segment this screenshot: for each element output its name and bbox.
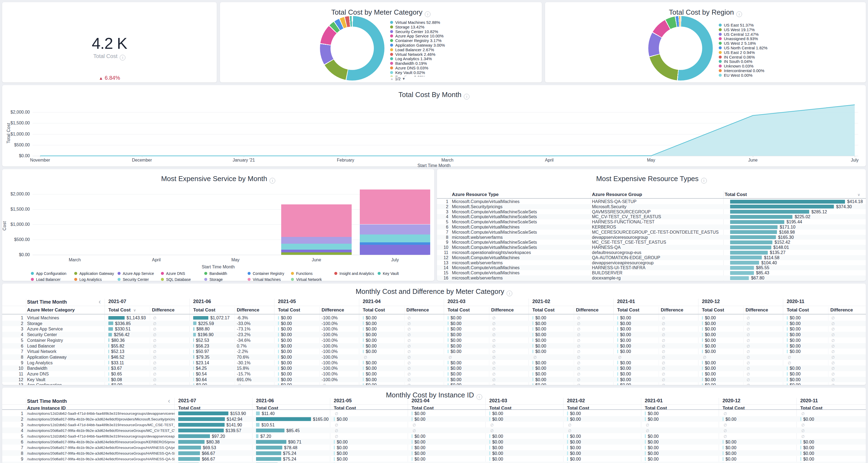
cost-bar[interactable] — [278, 321, 279, 325]
cost-bar[interactable] — [730, 230, 777, 234]
cost-bar[interactable] — [617, 378, 618, 381]
legend-item[interactable]: IN Central 0.06% — [719, 55, 755, 59]
cost-bar[interactable] — [567, 446, 568, 450]
cost-bar[interactable] — [645, 446, 646, 450]
cost-bar[interactable] — [617, 316, 618, 320]
cost-bar[interactable] — [617, 372, 618, 376]
column-header[interactable]: Total Cost — [702, 308, 724, 313]
info-icon[interactable]: i — [120, 55, 125, 60]
legend-item[interactable]: Storage — [204, 277, 223, 282]
cost-bar[interactable] — [702, 367, 703, 370]
month-group-header[interactable]: 2021-06 — [256, 398, 274, 404]
cost-bar[interactable] — [730, 276, 749, 280]
cost-bar[interactable] — [730, 200, 845, 204]
cost-bar[interactable] — [256, 446, 282, 450]
legend-item[interactable]: Azure App Service 10.00% — [390, 34, 443, 38]
cost-bar[interactable] — [363, 321, 364, 325]
legend-item[interactable]: Bandwidth 0.19% — [390, 61, 427, 66]
legend-item[interactable]: US East 51.37% — [719, 23, 754, 27]
cost-bar[interactable] — [532, 338, 533, 342]
cost-bar[interactable] — [532, 383, 533, 385]
cost-bar[interactable] — [489, 411, 490, 415]
cost-bar[interactable] — [722, 417, 723, 421]
column-header[interactable]: Azure Resource Group — [592, 192, 642, 197]
cost-bar[interactable] — [363, 367, 364, 370]
cost-bar[interactable] — [730, 271, 754, 275]
month-group-header[interactable]: 2021-05 — [334, 398, 352, 404]
legend-item[interactable]: Container Registry — [248, 271, 284, 276]
cost-bar[interactable] — [567, 451, 568, 455]
cost-bar[interactable] — [617, 327, 618, 331]
cost-bar[interactable] — [489, 417, 490, 421]
column-header[interactable]: Total Cost — [800, 406, 823, 411]
cost-bar[interactable] — [193, 383, 194, 385]
legend-item[interactable]: SQL Database — [161, 277, 191, 282]
cost-bar[interactable] — [702, 378, 703, 381]
cost-bar[interactable] — [108, 344, 109, 348]
legend-item[interactable]: Security Center — [118, 277, 149, 282]
cost-bar[interactable] — [730, 251, 768, 255]
legend-item[interactable]: Load Balancer 2.67% — [390, 48, 434, 52]
cost-bar[interactable] — [334, 446, 335, 450]
legend-item[interactable]: Container Registry 3.17% — [390, 38, 442, 43]
cost-bar[interactable] — [256, 434, 258, 438]
cost-bar[interactable] — [363, 350, 364, 353]
month-group-header[interactable]: 2021-02 — [567, 398, 585, 404]
cost-bar[interactable] — [193, 338, 194, 342]
cost-bar[interactable] — [256, 429, 284, 432]
column-header[interactable]: Azure Meter Category — [27, 308, 75, 313]
cost-bar[interactable] — [256, 457, 281, 461]
cost-bar[interactable] — [730, 210, 809, 213]
cost-bar[interactable] — [447, 344, 448, 348]
cost-bar[interactable] — [645, 411, 646, 415]
cost-bar[interactable] — [617, 361, 618, 364]
legend-item[interactable]: Log Analytics — [74, 277, 102, 282]
column-header[interactable]: Difference — [746, 308, 768, 313]
cost-bar[interactable] — [722, 457, 723, 461]
cost-bar[interactable] — [645, 434, 646, 438]
legend-item[interactable]: Azure App Service — [118, 271, 154, 276]
month-group-header[interactable]: 2020-11 — [787, 299, 804, 305]
cost-bar[interactable] — [278, 383, 279, 385]
cost-bar[interactable] — [617, 367, 618, 370]
cost-bar[interactable] — [532, 321, 533, 325]
info-icon[interactable]: i — [736, 11, 742, 17]
legend-item[interactable]: Virtual Network 2.46% — [390, 52, 435, 57]
cost-bar[interactable] — [363, 344, 364, 348]
cost-bar[interactable] — [447, 361, 448, 364]
cost-bar[interactable] — [411, 440, 412, 444]
cost-bar[interactable] — [567, 417, 568, 421]
cost-bar[interactable] — [730, 220, 784, 224]
cost-bar[interactable] — [617, 344, 618, 348]
cost-bar[interactable] — [278, 344, 279, 348]
column-header[interactable]: Difference — [321, 308, 344, 313]
cost-bar[interactable] — [447, 367, 448, 370]
cost-bar[interactable] — [193, 333, 196, 337]
column-header[interactable]: Total Cost — [787, 308, 809, 313]
legend-item[interactable]: Unknown 0.03% — [719, 64, 753, 68]
cost-bar[interactable] — [730, 256, 762, 259]
cost-bar[interactable] — [108, 316, 125, 320]
area-series[interactable] — [2, 85, 866, 167]
cost-bar[interactable] — [730, 261, 759, 265]
cost-bar[interactable] — [193, 344, 194, 348]
legend-item[interactable]: Load Balancer — [31, 277, 60, 282]
cost-bar[interactable] — [447, 333, 448, 337]
cost-bar[interactable] — [447, 316, 448, 320]
cost-bar[interactable] — [730, 240, 772, 244]
cost-bar[interactable] — [645, 440, 646, 444]
cost-bar[interactable] — [447, 378, 448, 381]
cost-bar[interactable] — [702, 338, 703, 342]
legend-item[interactable]: Virtual Machines — [248, 277, 281, 282]
column-header[interactable]: Total Cost — [256, 406, 278, 411]
cost-bar[interactable] — [363, 316, 364, 320]
cost-bar[interactable] — [278, 355, 279, 359]
cost-bar[interactable] — [193, 355, 194, 359]
cost-bar[interactable] — [108, 333, 112, 337]
cost-bar[interactable] — [447, 321, 448, 325]
cost-bar[interactable] — [730, 215, 793, 219]
cost-bar[interactable] — [178, 423, 225, 427]
cost-bar[interactable] — [411, 446, 412, 450]
cost-bar[interactable] — [800, 417, 801, 421]
cost-bar[interactable] — [567, 457, 568, 461]
